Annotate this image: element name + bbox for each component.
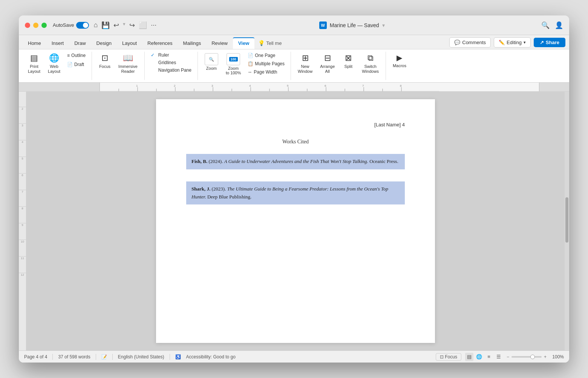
autosave-control[interactable]: AutoSave bbox=[53, 22, 89, 29]
traffic-lights bbox=[25, 23, 47, 28]
ruler-left-margin bbox=[19, 83, 100, 91]
citation-1-title: A Guide to Underwater Adventures and the… bbox=[224, 158, 368, 164]
multiple-pages-label: Multiple Pages bbox=[255, 61, 285, 66]
tab-home[interactable]: Home bbox=[23, 38, 46, 49]
svg-text:8: 8 bbox=[400, 84, 402, 88]
citation-1[interactable]: Fish, B. (2024). A Guide to Underwater A… bbox=[186, 154, 405, 169]
ruler-tick-4: 5 bbox=[19, 157, 26, 173]
citation-2[interactable]: Shark, J. (2023). The Ultimate Guide to … bbox=[186, 181, 405, 205]
zoom-slider-thumb[interactable] bbox=[530, 355, 535, 359]
scrollbar[interactable] bbox=[565, 92, 569, 350]
tab-view[interactable]: View bbox=[233, 37, 254, 49]
svg-text:2: 2 bbox=[174, 84, 176, 88]
print-view-icon[interactable]: ▤ bbox=[465, 353, 473, 361]
new-window-icon: ⊞ bbox=[302, 53, 309, 63]
one-page-button[interactable]: 📄 One Page bbox=[245, 52, 287, 59]
arrange-all-button[interactable]: ⊟ ArrangeAll bbox=[317, 52, 338, 75]
lightbulb-icon: 💡 bbox=[258, 40, 265, 46]
zoom-plus-icon[interactable]: + bbox=[544, 354, 547, 360]
document-page: [Last Name] 4 Works Cited Fish, B. (2024… bbox=[156, 99, 435, 343]
editing-button[interactable]: ✏️ Editing ▾ bbox=[494, 37, 531, 48]
gridlines-checkbox[interactable]: ✓ Gridlines bbox=[149, 59, 194, 66]
more-icon[interactable]: ··· bbox=[151, 21, 156, 29]
window-group-items: ⊞ NewWindow ⊟ ArrangeAll ⊠ Split ⧉ Switc… bbox=[295, 52, 382, 80]
status-divider-1 bbox=[52, 354, 53, 360]
tab-layout[interactable]: Layout bbox=[117, 38, 142, 49]
zoom-group-items: 🔍 Zoom 100 Zoomto 100% 📄 One Page 📋 bbox=[202, 52, 287, 80]
split-button[interactable]: ⊠ Split bbox=[339, 52, 357, 71]
maximize-button[interactable] bbox=[41, 23, 47, 28]
reading-view-icon[interactable]: ≡ bbox=[485, 353, 493, 361]
home-icon[interactable]: ⌂ bbox=[93, 21, 98, 29]
new-window-button[interactable]: ⊞ NewWindow bbox=[295, 52, 315, 75]
multiple-pages-button[interactable]: 📋 Multiple Pages bbox=[245, 60, 287, 68]
tab-review[interactable]: Review bbox=[206, 38, 233, 49]
immersive-reader-icon: 📖 bbox=[123, 53, 133, 63]
zoom-button[interactable]: 🔍 Zoom bbox=[202, 52, 221, 72]
profile-icon[interactable]: 👤 bbox=[555, 21, 563, 29]
close-button[interactable] bbox=[25, 23, 30, 28]
view-mode-icons: ▤ 🌐 ≡ ☰ bbox=[465, 353, 503, 361]
macros-button[interactable]: ▶ Macros bbox=[390, 52, 409, 70]
tab-draw[interactable]: Draw bbox=[69, 38, 91, 49]
focus-button[interactable]: ⊡ Focus bbox=[96, 52, 114, 71]
zoom-minus-icon[interactable]: − bbox=[507, 354, 509, 360]
search-icon[interactable]: 🔍 bbox=[541, 21, 550, 29]
draft-button[interactable]: 📄 Draft bbox=[65, 61, 88, 68]
tab-mailings[interactable]: Mailings bbox=[178, 38, 207, 49]
immersive-reader-button[interactable]: 📖 ImmersiveReader bbox=[115, 52, 141, 75]
outline-icon: ≡ bbox=[67, 53, 70, 58]
navigation-pane-checkbox[interactable]: ✓ Navigation Pane bbox=[149, 67, 194, 74]
print-layout-button[interactable]: ▤ PrintLayout bbox=[25, 52, 43, 75]
minimize-button[interactable] bbox=[33, 23, 38, 28]
tab-insert[interactable]: Insert bbox=[46, 38, 69, 49]
ruler-tick-11: 12 bbox=[19, 273, 26, 289]
undo-icon[interactable]: ↩ bbox=[113, 21, 119, 29]
save-icon[interactable]: 💾 bbox=[101, 21, 110, 29]
tab-tellme[interactable]: 💡 Tell me bbox=[254, 40, 285, 49]
zoom-slider[interactable] bbox=[511, 356, 542, 358]
tab-design[interactable]: Design bbox=[91, 38, 117, 49]
web-view-icon[interactable]: 🌐 bbox=[475, 353, 483, 361]
shapes-icon[interactable]: ⬜ bbox=[139, 21, 147, 29]
titlebar: AutoSave ⌂ 💾 ↩ ▾ ↪ ⬜ ··· W Marine Life —… bbox=[19, 15, 569, 35]
tab-references[interactable]: References bbox=[142, 38, 178, 49]
document-title: Marine Life — Saved bbox=[330, 22, 379, 28]
page-header: [Last Name] 4 bbox=[186, 122, 405, 128]
page-width-button[interactable]: ↔ Page Width bbox=[245, 68, 287, 76]
views-group-items: ▤ PrintLayout 🌐 WebLayout ≡ Outline 📄 Dr… bbox=[25, 52, 88, 80]
ruler-tick-5: 6 bbox=[19, 173, 26, 190]
outline-button[interactable]: ≡ Outline bbox=[65, 52, 88, 59]
arrange-all-icon: ⊟ bbox=[324, 53, 331, 63]
ruler-checkbox[interactable]: ✓ Ruler bbox=[149, 52, 194, 58]
share-button[interactable]: ↗ Share bbox=[534, 38, 565, 47]
title-dropdown-icon[interactable]: ▾ bbox=[382, 22, 385, 28]
content-area[interactable]: [Last Name] 4 Works Cited Fish, B. (2024… bbox=[26, 92, 565, 350]
switch-windows-button[interactable]: ⧉ SwitchWindows bbox=[359, 52, 382, 75]
ruler-tick-8: 9 bbox=[19, 223, 26, 240]
web-layout-button[interactable]: 🌐 WebLayout bbox=[45, 52, 63, 75]
split-label: Split bbox=[345, 64, 352, 69]
ribbon-group-show: ✓ Ruler ✓ Gridlines ✓ Navigation Pane bbox=[147, 52, 198, 80]
proofing-icon: 📝 bbox=[101, 354, 107, 360]
web-layout-label: WebLayout bbox=[48, 64, 60, 74]
focus-status-label: Focus bbox=[445, 354, 457, 360]
comments-button[interactable]: 💬 Comments bbox=[449, 37, 491, 48]
zoom100-button[interactable]: 100 Zoomto 100% bbox=[223, 52, 244, 77]
svg-text:3: 3 bbox=[211, 84, 213, 88]
scrollbar-thumb[interactable] bbox=[565, 197, 568, 243]
redo-icon[interactable]: ↪ bbox=[129, 21, 135, 29]
autosave-toggle[interactable] bbox=[76, 22, 89, 29]
immersive-group-items: ⊡ Focus 📖 ImmersiveReader bbox=[96, 52, 141, 80]
accessibility-icon: ♿ bbox=[175, 354, 181, 360]
page-width-icon: ↔ bbox=[248, 69, 252, 75]
focus-status-icon: ⊡ bbox=[440, 354, 444, 360]
gridlines-label: Gridlines bbox=[158, 60, 176, 65]
print-layout-icon: ▤ bbox=[30, 53, 38, 63]
focus-status-button[interactable]: ⊡ Focus bbox=[436, 353, 461, 361]
ruler-tick-2: 3 bbox=[19, 123, 26, 140]
outline-view-icon[interactable]: ☰ bbox=[495, 353, 503, 361]
status-divider-2 bbox=[96, 354, 96, 360]
ruler-tick-6: 7 bbox=[19, 190, 26, 206]
undo-dropdown-icon[interactable]: ▾ bbox=[123, 21, 126, 29]
